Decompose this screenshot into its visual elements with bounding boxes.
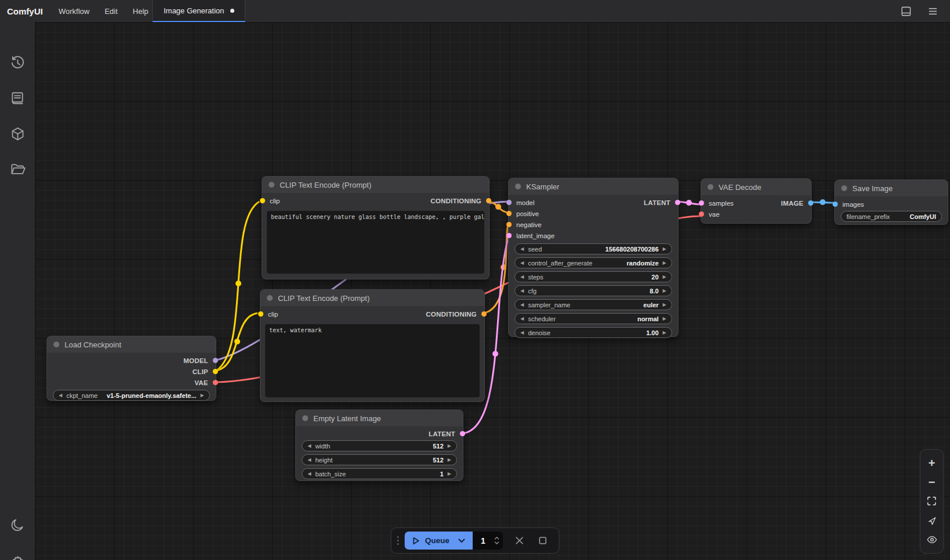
clear-queue-icon[interactable]: [512, 534, 526, 548]
node-clip-text-encode-positive[interactable]: CLIP Text Encode (Prompt) clip CONDITION…: [262, 176, 490, 279]
zoom-in-button[interactable]: +: [926, 457, 938, 469]
collapse-dot[interactable]: [267, 295, 273, 301]
height-widget[interactable]: ◀ height 512 ▶: [302, 454, 457, 465]
decrement-arrow-icon[interactable]: ◀: [308, 444, 311, 448]
increment-arrow-icon[interactable]: ▶: [448, 458, 451, 462]
increment-arrow-icon[interactable]: ▶: [663, 289, 666, 293]
collapse-dot[interactable]: [515, 184, 521, 189]
node-clip-text-encode-negative[interactable]: CLIP Text Encode (Prompt) clip CONDITION…: [260, 289, 485, 402]
settings-gear-icon[interactable]: [9, 554, 26, 560]
input-latent-image-port[interactable]: [506, 233, 512, 238]
node-load-checkpoint[interactable]: Load Checkpoint MODEL CLIP VAE ◀ ckpt_na…: [47, 336, 216, 401]
node-title-bar[interactable]: KSampler: [509, 178, 678, 195]
bottom-panel-toggle-icon[interactable]: [899, 4, 913, 18]
input-vae-port[interactable]: [699, 211, 704, 217]
output-model-port[interactable]: [213, 358, 218, 363]
output-vae-port[interactable]: [213, 380, 218, 385]
decrement-arrow-icon[interactable]: ◀: [520, 261, 524, 265]
decrement-arrow-icon[interactable]: ◀: [520, 275, 524, 279]
select-mode-cursor-icon[interactable]: [926, 514, 938, 527]
queue-button[interactable]: Queue: [405, 532, 473, 550]
seed-widget[interactable]: ◀ seed 156680208700286 ▶: [515, 243, 672, 254]
workflows-folder-icon[interactable]: [9, 160, 26, 178]
decrement-arrow-icon[interactable]: ◀: [520, 289, 524, 293]
node-title-bar[interactable]: Empty Latent Image: [296, 410, 463, 426]
output-latent-port[interactable]: [460, 431, 465, 436]
node-title-bar[interactable]: CLIP Text Encode (Prompt): [260, 290, 484, 306]
batch-count-input[interactable]: 1: [473, 532, 503, 550]
output-clip-port[interactable]: [213, 369, 218, 374]
sampler-name-widget[interactable]: ◀ sampler_name euler ▶: [515, 299, 672, 310]
increment-arrow-icon[interactable]: ▶: [448, 444, 451, 448]
cfg-widget[interactable]: ◀ cfg 8.0 ▶: [515, 285, 672, 296]
count-increment-icon[interactable]: [494, 537, 499, 540]
input-clip-port[interactable]: [258, 311, 263, 317]
node-empty-latent-image[interactable]: Empty Latent Image LATENT ◀ width 512 ▶ …: [295, 410, 463, 481]
batch-size-widget[interactable]: ◀ batch_size 1 ▶: [302, 468, 457, 479]
control-after-generate-widget[interactable]: ◀ control_after_generate randomize ▶: [515, 257, 672, 268]
decrement-arrow-icon[interactable]: ◀: [59, 393, 62, 398]
node-library-icon[interactable]: [9, 89, 26, 107]
decrement-arrow-icon[interactable]: ◀: [520, 331, 524, 335]
scheduler-widget[interactable]: ◀ scheduler normal ▶: [515, 313, 672, 324]
input-samples-port[interactable]: [699, 200, 704, 206]
increment-arrow-icon[interactable]: ▶: [663, 275, 666, 279]
queue-options-chevron-icon[interactable]: [458, 539, 465, 543]
filename-prefix-widget[interactable]: filename_prefix ComfyUI: [841, 211, 942, 222]
increment-arrow-icon[interactable]: ▶: [663, 317, 666, 321]
collapse-dot[interactable]: [708, 184, 713, 190]
node-save-image[interactable]: Save Image images filename_prefix ComfyU…: [834, 180, 948, 225]
output-image-port[interactable]: [808, 200, 813, 206]
prompt-textarea[interactable]: text, watermark: [265, 324, 480, 397]
theme-toggle-moon-icon[interactable]: [9, 516, 26, 534]
menu-edit[interactable]: Edit: [97, 7, 125, 16]
collapse-dot[interactable]: [302, 415, 308, 421]
node-title-bar[interactable]: CLIP Text Encode (Prompt): [262, 177, 489, 193]
width-widget[interactable]: ◀ width 512 ▶: [302, 440, 457, 451]
node-vae-decode[interactable]: VAE Decode samples IMAGE vae: [701, 178, 812, 224]
collapse-dot[interactable]: [841, 185, 847, 191]
output-conditioning-port[interactable]: [481, 311, 487, 317]
node-title-bar[interactable]: Save Image: [835, 180, 948, 196]
input-images-port[interactable]: [833, 202, 838, 207]
prompt-textarea[interactable]: beautiful scenery nature glass bottle la…: [267, 211, 484, 274]
stop-icon[interactable]: [535, 534, 549, 548]
workflow-tab[interactable]: Image Generation: [152, 0, 245, 22]
input-negative-port[interactable]: [506, 222, 512, 227]
input-model-port[interactable]: [506, 200, 512, 205]
decrement-arrow-icon[interactable]: ◀: [520, 303, 524, 307]
menu-workflow[interactable]: Workflow: [51, 7, 97, 16]
drag-handle[interactable]: [397, 536, 399, 545]
zoom-out-button[interactable]: −: [926, 476, 938, 489]
node-ksampler[interactable]: KSampler model LATENT positive negative …: [508, 178, 678, 337]
increment-arrow-icon[interactable]: ▶: [448, 472, 451, 476]
denoise-widget[interactable]: ◀ denoise 1.00 ▶: [515, 327, 672, 338]
decrement-arrow-icon[interactable]: ◀: [520, 317, 524, 321]
model-library-icon[interactable]: [9, 125, 26, 142]
input-positive-port[interactable]: [506, 211, 512, 216]
collapse-dot[interactable]: [269, 182, 274, 188]
hamburger-menu-icon[interactable]: [926, 4, 940, 18]
menu-help[interactable]: Help: [125, 7, 156, 16]
queue-history-icon[interactable]: [9, 54, 26, 71]
fit-view-button[interactable]: [926, 495, 938, 508]
decrement-arrow-icon[interactable]: ◀: [308, 472, 311, 476]
decrement-arrow-icon[interactable]: ◀: [520, 247, 524, 252]
increment-arrow-icon[interactable]: ▶: [663, 331, 666, 335]
toggle-link-visibility-eye-icon[interactable]: [926, 533, 938, 546]
collapse-dot[interactable]: [53, 342, 59, 347]
node-title-bar[interactable]: VAE Decode: [701, 179, 811, 195]
increment-arrow-icon[interactable]: ▶: [663, 261, 666, 265]
increment-arrow-icon[interactable]: ▶: [663, 303, 666, 307]
output-latent-port[interactable]: [675, 200, 680, 205]
input-clip-port[interactable]: [260, 198, 265, 203]
steps-widget[interactable]: ◀ steps 20 ▶: [515, 271, 672, 282]
output-conditioning-port[interactable]: [486, 198, 491, 203]
ckpt-name-widget[interactable]: ◀ ckpt_name v1-5-pruned-emaonly.safete..…: [53, 390, 210, 401]
increment-arrow-icon[interactable]: ▶: [201, 393, 204, 398]
node-title-bar[interactable]: Load Checkpoint: [47, 336, 216, 353]
count-decrement-icon[interactable]: [494, 541, 499, 544]
decrement-arrow-icon[interactable]: ◀: [308, 458, 311, 462]
increment-arrow-icon[interactable]: ▶: [663, 247, 666, 252]
graph-canvas[interactable]: [35, 22, 950, 560]
